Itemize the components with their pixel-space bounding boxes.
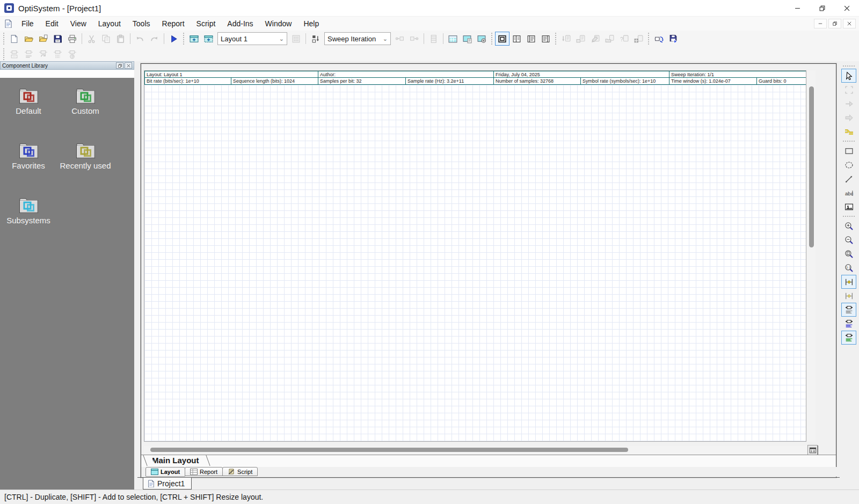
insert-image-icon[interactable] <box>841 200 856 214</box>
main-layout-tab[interactable]: Main Layout <box>150 455 203 466</box>
cut-icon[interactable] <box>84 32 99 46</box>
show-parameters-icon[interactable] <box>841 331 856 345</box>
draw-line-icon[interactable] <box>841 172 856 186</box>
autoconnect-off-icon[interactable] <box>841 289 856 303</box>
horizontal-scrollbar-thumb[interactable] <box>150 448 628 452</box>
component-lines-icon[interactable] <box>21 47 36 61</box>
script-edit-icon[interactable] <box>588 32 602 46</box>
toolbar-grip <box>491 33 493 45</box>
menu-script[interactable]: Script <box>191 18 222 30</box>
paste-icon[interactable] <box>113 32 128 46</box>
layout-grid-icon[interactable] <box>807 445 818 455</box>
tab-report[interactable]: Report <box>185 467 223 476</box>
mdi-close-icon[interactable] <box>843 19 856 28</box>
library-custom[interactable]: Custom <box>57 85 114 140</box>
library-favorites[interactable]: Favorites <box>0 140 57 195</box>
view-split-icon[interactable] <box>509 32 524 46</box>
menu-file[interactable]: File <box>16 18 40 30</box>
script-help-icon[interactable] <box>617 32 631 46</box>
vertical-scrollbar[interactable] <box>807 70 816 442</box>
library-recently-used[interactable]: Recently used <box>57 140 114 195</box>
select-tool-icon[interactable] <box>841 69 856 83</box>
redo-icon[interactable] <box>147 32 162 46</box>
menu-view[interactable]: View <box>64 18 92 30</box>
document-icon[interactable] <box>4 19 12 28</box>
menu-window[interactable]: Window <box>259 18 298 30</box>
script-matlab-icon[interactable] <box>631 32 646 46</box>
menu-add-ins[interactable]: Add-Ins <box>221 18 259 30</box>
layout-select[interactable]: Layout 1⌄ <box>217 32 287 45</box>
autoconnect-on-icon[interactable] <box>841 275 856 289</box>
component-refresh-icon[interactable] <box>36 47 50 61</box>
next-sweep-icon[interactable] <box>407 32 421 46</box>
layout-canvas[interactable]: Layout: Layout 1Author:Friday, July 04, … <box>144 70 806 442</box>
calculate-play-icon[interactable] <box>166 32 181 46</box>
component-toolbar <box>0 47 859 62</box>
pane-close-icon[interactable] <box>125 62 132 69</box>
vertical-scrollbar-thumb[interactable] <box>809 86 814 247</box>
calculate-layout-icon[interactable] <box>289 32 303 46</box>
horizontal-scrollbar[interactable] <box>144 446 806 454</box>
new-layout-icon[interactable] <box>187 32 201 46</box>
new-icon[interactable] <box>7 32 21 46</box>
show-connections-icon[interactable] <box>841 125 856 138</box>
select-region-icon[interactable] <box>841 83 856 97</box>
component-generator-icon[interactable] <box>652 32 666 46</box>
zoom-in-icon[interactable] <box>841 219 856 233</box>
sweep-iteration-select[interactable]: Sweep Iteration⌄ <box>324 32 391 45</box>
connect-tool-icon[interactable] <box>841 97 856 111</box>
zoom-out-icon[interactable] <box>841 233 856 247</box>
view-script-icon[interactable] <box>538 32 553 46</box>
duplicate-layout-icon[interactable] <box>201 32 216 46</box>
draw-text-icon[interactable] <box>841 186 856 200</box>
zoom-actual-icon[interactable] <box>841 261 856 275</box>
tab-layout <box>151 469 158 475</box>
draw-ellipse-icon[interactable] <box>841 158 856 172</box>
view-layout-icon[interactable] <box>495 32 509 46</box>
library-subsystems[interactable]: Subsystems <box>0 195 57 250</box>
component-grid-icon[interactable] <box>50 47 65 61</box>
layout-properties-icon[interactable] <box>475 32 489 46</box>
move-tool-icon[interactable] <box>841 111 856 125</box>
mdi-restore-icon[interactable] <box>828 19 841 28</box>
script-component-icon[interactable] <box>573 32 588 46</box>
toolbar-grip <box>183 33 185 45</box>
tab-script[interactable]: Script <box>222 467 258 476</box>
show-labels-icon[interactable] <box>841 303 856 317</box>
tab-layout[interactable]: Layout <box>145 467 185 477</box>
toolbar-grip <box>3 48 5 60</box>
menu-help[interactable]: Help <box>297 18 325 30</box>
show-ports-icon[interactable] <box>841 317 856 331</box>
pane-menu-icon[interactable] <box>116 62 123 69</box>
save-components-icon[interactable] <box>666 32 681 46</box>
sweep-mode-icon[interactable] <box>308 32 323 46</box>
previous-sweep-icon[interactable] <box>392 32 407 46</box>
sweep-table-icon[interactable] <box>426 32 441 46</box>
mdi-minimize-icon[interactable] <box>814 19 827 28</box>
layout-editor-icon[interactable] <box>446 32 460 46</box>
layout-page-icon[interactable] <box>460 32 475 46</box>
close-icon[interactable] <box>834 0 859 16</box>
zoom-page-icon[interactable] <box>841 247 856 261</box>
project-tab[interactable]: Project1 <box>143 478 192 490</box>
draw-rectangle-icon[interactable] <box>841 144 856 158</box>
restore-icon[interactable] <box>810 0 834 16</box>
minimize-icon[interactable] <box>785 0 810 16</box>
copy-icon[interactable] <box>99 32 113 46</box>
menu-report[interactable]: Report <box>156 18 191 30</box>
menu-edit[interactable]: Edit <box>40 18 64 30</box>
component-label-icon[interactable] <box>7 47 21 61</box>
open-icon[interactable] <box>21 32 36 46</box>
view-report-icon[interactable] <box>524 32 538 46</box>
library-default[interactable]: Default <box>0 85 57 140</box>
undo-icon[interactable] <box>133 32 147 46</box>
component-help-icon[interactable] <box>65 47 79 61</box>
library-folder-label: Custom <box>71 106 99 115</box>
print-icon[interactable] <box>65 32 79 46</box>
script-open-icon[interactable] <box>602 32 617 46</box>
menu-layout[interactable]: Layout <box>92 18 127 30</box>
script-run-icon[interactable] <box>559 32 573 46</box>
import-icon[interactable] <box>36 32 50 46</box>
save-icon[interactable] <box>50 32 65 46</box>
menu-tools[interactable]: Tools <box>127 18 156 30</box>
